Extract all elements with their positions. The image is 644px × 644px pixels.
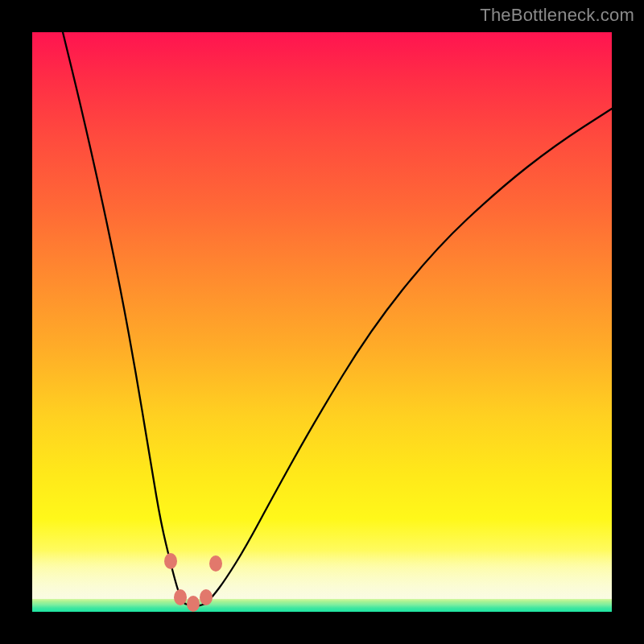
valley-marker [164,553,177,569]
valley-marker [174,589,187,605]
curve-left-branch [63,32,185,604]
watermark-text: TheBottleneck.com [480,5,634,26]
chart-frame: TheBottleneck.com [0,0,644,644]
curve-right-branch [205,109,612,604]
valley-markers [164,553,222,612]
valley-marker [209,555,222,572]
bottleneck-curve [32,32,612,612]
valley-marker [187,596,200,612]
plot-area [32,32,612,612]
valley-marker [200,589,213,605]
